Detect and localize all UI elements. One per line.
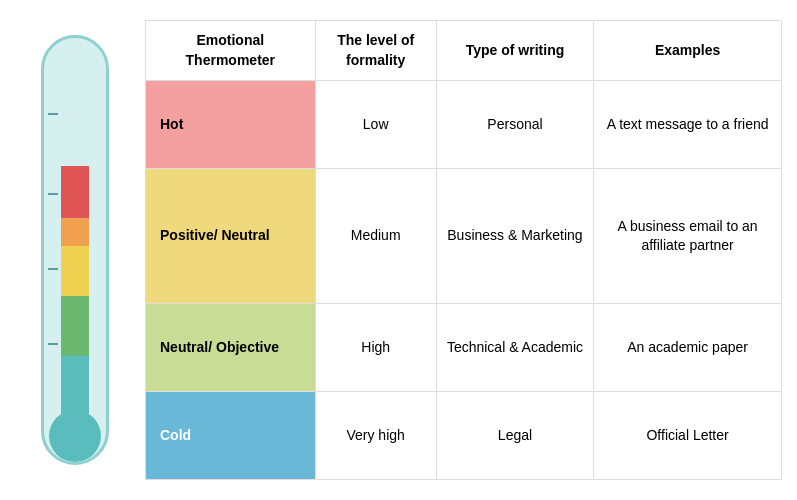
row-label-0: Hot (146, 81, 316, 169)
row-example-1: A business email to an affiliate partner (594, 169, 782, 304)
seg-orange (61, 218, 89, 246)
row-type-3: Legal (436, 392, 593, 480)
row-example-3: Official Letter (594, 392, 782, 480)
row-type-2: Technical & Academic (436, 304, 593, 392)
arrow-cold (41, 410, 42, 426)
main-container: Emotional Thermometer The level of forma… (0, 0, 797, 500)
row-example-2: An academic paper (594, 304, 782, 392)
thermometer-tube (61, 68, 89, 436)
table-row: Positive/ NeutralMediumBusiness & Market… (146, 169, 782, 304)
tick-3 (48, 268, 58, 270)
row-formality-2: High (315, 304, 436, 392)
thermometer-bulb (49, 410, 101, 462)
row-type-0: Personal (436, 81, 593, 169)
th-formality: The level of formality (315, 21, 436, 81)
table-row: Neutral/ ObjectiveHighTechnical & Academ… (146, 304, 782, 392)
table-row: HotLowPersonalA text message to a friend (146, 81, 782, 169)
row-type-1: Business & Marketing (436, 169, 593, 304)
row-formality-0: Low (315, 81, 436, 169)
table-wrap: Emotional Thermometer The level of forma… (145, 20, 782, 480)
row-label-2: Neutral/ Objective (146, 304, 316, 392)
tick-4 (48, 343, 58, 345)
thermometer (15, 15, 135, 485)
row-label-3: Cold (146, 392, 316, 480)
seg-green (61, 296, 89, 356)
table-row: ColdVery highLegalOfficial Letter (146, 392, 782, 480)
seg-red (61, 166, 89, 218)
arrow-neutral (41, 328, 42, 344)
row-formality-1: Medium (315, 169, 436, 304)
tick-1 (48, 113, 58, 115)
seg-yellow (61, 246, 89, 296)
content-table: Emotional Thermometer The level of forma… (145, 20, 782, 480)
thermometer-outer (41, 35, 109, 465)
row-formality-3: Very high (315, 392, 436, 480)
tick-2 (48, 193, 58, 195)
th-emotional: Emotional Thermometer (146, 21, 316, 81)
arrow-pos (41, 233, 42, 249)
row-example-0: A text message to a friend (594, 81, 782, 169)
th-examples: Examples (594, 21, 782, 81)
th-type: Type of writing (436, 21, 593, 81)
arrow-hot (41, 126, 42, 142)
row-label-1: Positive/ Neutral (146, 169, 316, 304)
